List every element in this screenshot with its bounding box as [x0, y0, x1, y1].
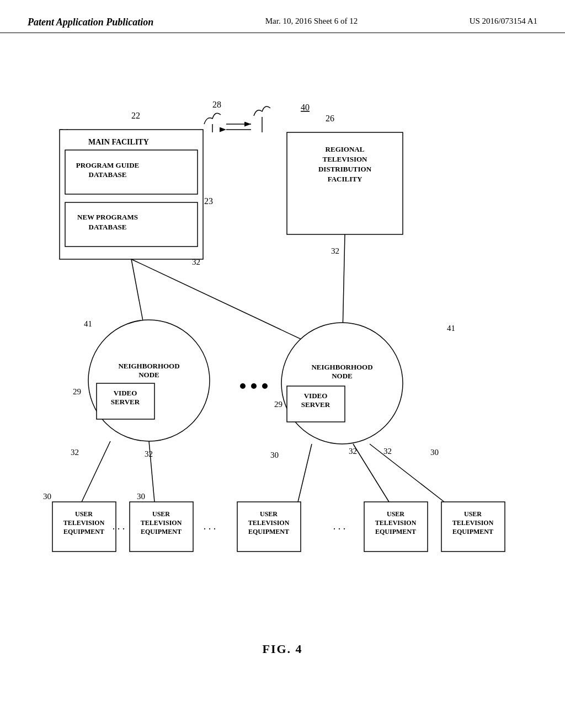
regional-line4: FACILITY [328, 175, 363, 183]
ref-29-right: 29 [274, 400, 282, 409]
sheet-info: Mar. 10, 2016 Sheet 6 of 12 [265, 17, 358, 26]
user-tv-3-box [237, 502, 301, 552]
ref-40: 40 [301, 103, 310, 112]
dots-tv3-tv4: . . . [333, 521, 346, 532]
ref-30-tv2: 30 [137, 492, 145, 501]
user-tv-5-line3: EQUIPMENT [452, 528, 493, 536]
line-right-node-to-tv3 [298, 444, 312, 502]
figure-label: FIG. 4 [262, 642, 302, 656]
right-node-line2: NODE [332, 372, 353, 380]
ref-23: 23 [204, 196, 213, 206]
user-tv-3-line2: TELEVISION [248, 519, 290, 527]
left-video-server-line1: VIDEO [114, 389, 137, 397]
program-guide-db-box [65, 150, 198, 194]
line-left-node-to-tv1 [82, 441, 110, 502]
user-tv-1-line2: TELEVISION [63, 519, 105, 527]
ref-32-rr: 32 [383, 447, 392, 456]
new-programs-db-box [65, 202, 198, 247]
left-node-line1: NEIGHBORHOOD [118, 362, 179, 370]
patent-number: US 2016/073154 A1 [470, 17, 537, 26]
page-header: Patent Application Publication Mar. 10, … [0, 0, 565, 33]
user-tv-2-box [130, 502, 193, 552]
regional-line1: REGIONAL [326, 145, 365, 153]
user-tv-3-line1: USER [260, 510, 278, 518]
user-tv-2-line2: TELEVISION [141, 519, 182, 527]
left-video-server-line2: SERVER [111, 398, 140, 406]
dots-tv2-tv3: . . . [204, 521, 216, 532]
ref-32-top-left: 32 [192, 258, 200, 266]
dots-1 [240, 383, 246, 389]
user-tv-2-line1: USER [152, 510, 170, 518]
right-neighborhood-circle [281, 323, 403, 444]
program-guide-line1: PROGRAM GUIDE [76, 161, 139, 169]
ref-32-lm: 32 [145, 449, 153, 458]
user-tv-1-line3: EQUIPMENT [63, 528, 104, 536]
ref-30-right: 30 [430, 448, 439, 457]
user-tv-2-line3: EQUIPMENT [141, 528, 182, 536]
new-programs-line1: NEW PROGRAMS [77, 213, 138, 221]
right-video-server-line2: SERVER [301, 400, 331, 409]
ref-28: 28 [212, 100, 221, 109]
ref-41-left: 41 [84, 319, 92, 328]
dish-left [204, 113, 221, 124]
user-tv-4-line2: TELEVISION [375, 519, 417, 527]
ref-26: 26 [326, 114, 334, 123]
ref-30-left: 30 [270, 451, 279, 459]
user-tv-4-box [364, 502, 428, 552]
program-guide-line2: DATABASE [89, 170, 127, 179]
user-tv-5-line1: USER [464, 510, 482, 518]
ref-32-top-right: 32 [331, 247, 339, 255]
ref-22: 22 [131, 111, 140, 120]
left-node-line2: NODE [138, 371, 159, 379]
patent-diagram: 22 24 40 26 28 MAIN FACILITY [0, 39, 565, 645]
main-facility-label: MAIN FACILITY [88, 138, 149, 146]
user-tv-1-line1: USER [75, 510, 93, 518]
ref-32-ll: 32 [71, 448, 79, 457]
user-tv-4-line3: EQUIPMENT [375, 528, 416, 536]
publication-label: Patent Application Publication [28, 17, 153, 28]
user-tv-5-box [441, 502, 505, 552]
dish-right [254, 106, 270, 116]
diagram-area: 22 24 40 26 28 MAIN FACILITY [0, 39, 565, 673]
user-tv-3-line3: EQUIPMENT [248, 528, 289, 536]
regional-line2: TELEVISION [323, 155, 368, 163]
new-programs-line2: DATABASE [89, 223, 127, 231]
user-tv-1-box [52, 502, 116, 552]
right-video-server-line1: VIDEO [304, 392, 328, 400]
regional-line3: DISTRIBUTION [318, 165, 372, 173]
user-tv-4-line1: USER [387, 510, 404, 518]
ref-41-right: 41 [447, 324, 455, 333]
right-node-line1: NEIGHBORHOOD [311, 363, 372, 371]
user-tv-5-line2: TELEVISION [452, 519, 494, 527]
ref-29-left: 29 [73, 387, 81, 396]
left-neighborhood-circle [88, 320, 210, 441]
dots-tv1-tv2: . . . [113, 521, 125, 532]
dots-2 [251, 383, 257, 389]
dots-3 [262, 383, 268, 389]
ref-30-tv1: 30 [43, 492, 51, 501]
